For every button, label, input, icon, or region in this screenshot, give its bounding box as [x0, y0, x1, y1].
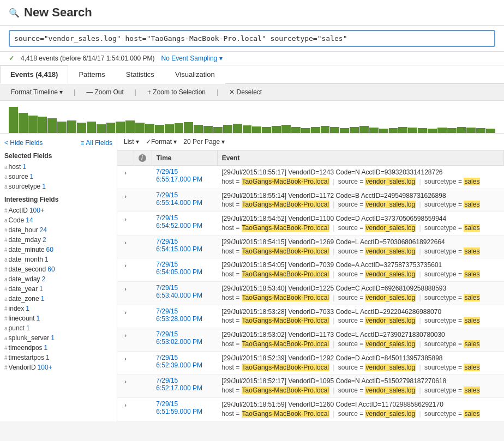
timeline-bar[interactable]: [233, 124, 242, 133]
timeline-bar[interactable]: [47, 118, 57, 133]
zoom-selection-btn[interactable]: + Zoom to Selection: [145, 87, 208, 97]
timeline-bar[interactable]: [57, 122, 67, 133]
selected-field-item[interactable]: ahost1: [4, 162, 112, 172]
expand-button[interactable]: ›: [123, 192, 128, 201]
timeline-bar[interactable]: [223, 125, 232, 133]
interesting-field-item[interactable]: #AcctID100+: [4, 206, 112, 215]
per-page-btn[interactable]: 20 Per Page ▾: [183, 138, 225, 146]
timeline-bar[interactable]: [379, 129, 388, 133]
timeline-bar[interactable]: [466, 128, 476, 133]
expand-button[interactable]: ›: [123, 215, 128, 223]
expand-cell[interactable]: ›: [117, 212, 134, 235]
time-cell[interactable]: 7/29/156:54:52.000 PM: [152, 212, 217, 235]
timeline-bar[interactable]: [9, 107, 18, 133]
timeline-bar[interactable]: [408, 128, 417, 133]
expand-cell[interactable]: ›: [117, 305, 134, 328]
timeline-bar[interactable]: [203, 126, 213, 133]
expand-button[interactable]: ›: [123, 238, 128, 247]
interesting-field-item[interactable]: apunct1: [4, 323, 112, 333]
timeline-bar[interactable]: [428, 129, 437, 133]
timeline-bar[interactable]: [125, 120, 135, 133]
interesting-field-item[interactable]: #VendorID100+: [4, 363, 112, 372]
timeline-bar[interactable]: [321, 126, 330, 133]
timeline-bar[interactable]: [437, 128, 447, 133]
timeline-bar[interactable]: [301, 128, 310, 133]
tab-visualization[interactable]: Visualization: [165, 65, 225, 84]
time-cell[interactable]: 7/29/156:52:17.000 PM: [152, 374, 217, 398]
timeline-bar[interactable]: [165, 124, 174, 133]
timeline-bar[interactable]: [106, 123, 116, 133]
timeline-bar[interactable]: [447, 128, 457, 133]
interesting-field-item[interactable]: #timeendpos1: [4, 343, 112, 353]
timeline-bar[interactable]: [252, 126, 261, 133]
time-cell[interactable]: 7/29/156:53:02.000 PM: [152, 328, 217, 352]
all-fields-btn[interactable]: ≡ All Fields: [80, 139, 112, 147]
format-btn[interactable]: ✓Format ▾: [146, 138, 177, 146]
timeline-bar[interactable]: [19, 113, 28, 133]
expand-button[interactable]: ›: [123, 331, 128, 340]
timeline-bar[interactable]: [175, 123, 184, 133]
interesting-field-item[interactable]: #linecount1: [4, 313, 112, 323]
time-cell[interactable]: 7/29/156:53:28.000 PM: [152, 305, 217, 328]
no-event-sampling-link[interactable]: No Event Sampling ▾: [161, 55, 223, 62]
selected-field-item[interactable]: asource1: [4, 172, 112, 182]
timeline-bar[interactable]: [457, 127, 466, 133]
expand-button[interactable]: ›: [123, 354, 128, 363]
timeline-bar[interactable]: [272, 126, 281, 133]
expand-cell[interactable]: ›: [117, 397, 134, 421]
time-cell[interactable]: 7/29/156:55:14.000 PM: [152, 189, 217, 212]
time-cell[interactable]: 7/29/156:53:40.000 PM: [152, 281, 217, 305]
timeline-bar[interactable]: [243, 125, 252, 133]
deselect-btn[interactable]: ✕ Deselect: [227, 87, 264, 97]
interesting-field-item[interactable]: #timestartpos1: [4, 353, 112, 363]
interesting-field-item[interactable]: #date_minute60: [4, 245, 112, 255]
expand-cell[interactable]: ›: [117, 374, 134, 398]
interesting-field-item[interactable]: #date_mday2: [4, 235, 112, 245]
interesting-field-item[interactable]: adate_month1: [4, 255, 112, 264]
timeline-bar[interactable]: [67, 120, 76, 133]
expand-cell[interactable]: ›: [117, 328, 134, 352]
timeline-bar[interactable]: [28, 116, 38, 133]
interesting-field-item[interactable]: #date_second60: [4, 264, 112, 274]
tab-patterns[interactable]: Patterns: [68, 65, 115, 84]
format-timeline-btn[interactable]: Format Timeline ▾: [9, 87, 65, 97]
timeline-bar[interactable]: [389, 128, 398, 133]
timeline-bar[interactable]: [359, 126, 369, 133]
zoom-out-btn[interactable]: — Zoom Out: [84, 87, 126, 97]
timeline-bar[interactable]: [486, 129, 495, 133]
timeline-bar[interactable]: [340, 128, 349, 133]
timeline-bar[interactable]: [291, 127, 301, 133]
interesting-field-item[interactable]: adate_wday2: [4, 274, 112, 284]
time-cell[interactable]: 7/29/156:54:05.000 PM: [152, 258, 217, 282]
tab-events[interactable]: Events (4,418): [0, 65, 68, 84]
timeline-bar[interactable]: [145, 124, 154, 133]
expand-button[interactable]: ›: [123, 308, 128, 317]
tab-statistics[interactable]: Statistics: [116, 65, 165, 84]
expand-cell[interactable]: ›: [117, 166, 134, 189]
interesting-field-item[interactable]: #date_year1: [4, 284, 112, 294]
timeline-bar[interactable]: [398, 127, 407, 133]
info-icon[interactable]: i: [139, 154, 146, 162]
expand-button[interactable]: ›: [123, 377, 128, 386]
expand-cell[interactable]: ›: [117, 189, 134, 212]
expand-cell[interactable]: ›: [117, 351, 134, 374]
timeline-bar[interactable]: [262, 127, 271, 133]
timeline-bar[interactable]: [194, 125, 203, 133]
timeline-bar[interactable]: [476, 128, 485, 133]
interesting-field-item[interactable]: asplunk_server1: [4, 333, 112, 343]
timeline-bar[interactable]: [418, 128, 427, 133]
timeline-bar[interactable]: [213, 127, 223, 133]
expand-cell[interactable]: ›: [117, 281, 134, 305]
timeline-container[interactable]: [0, 101, 504, 134]
timeline-bar[interactable]: [155, 125, 164, 133]
interesting-field-item[interactable]: aCode14: [4, 215, 112, 225]
selected-field-item[interactable]: asourcetype1: [4, 182, 112, 191]
list-btn[interactable]: List ▾: [124, 138, 139, 146]
search-input[interactable]: [9, 30, 495, 47]
timeline-bar[interactable]: [135, 123, 145, 133]
timeline-bar[interactable]: [38, 117, 47, 133]
time-cell[interactable]: 7/29/156:51:59.000 PM: [152, 397, 217, 421]
expand-button[interactable]: ›: [123, 285, 128, 293]
expand-button[interactable]: ›: [123, 401, 128, 409]
expand-cell[interactable]: ›: [117, 258, 134, 282]
